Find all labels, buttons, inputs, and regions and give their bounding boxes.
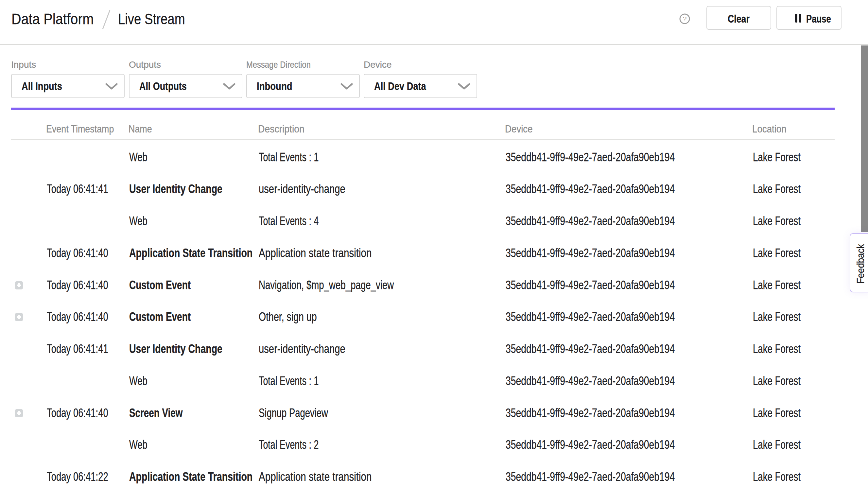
svg-text:?: ? xyxy=(683,15,687,23)
